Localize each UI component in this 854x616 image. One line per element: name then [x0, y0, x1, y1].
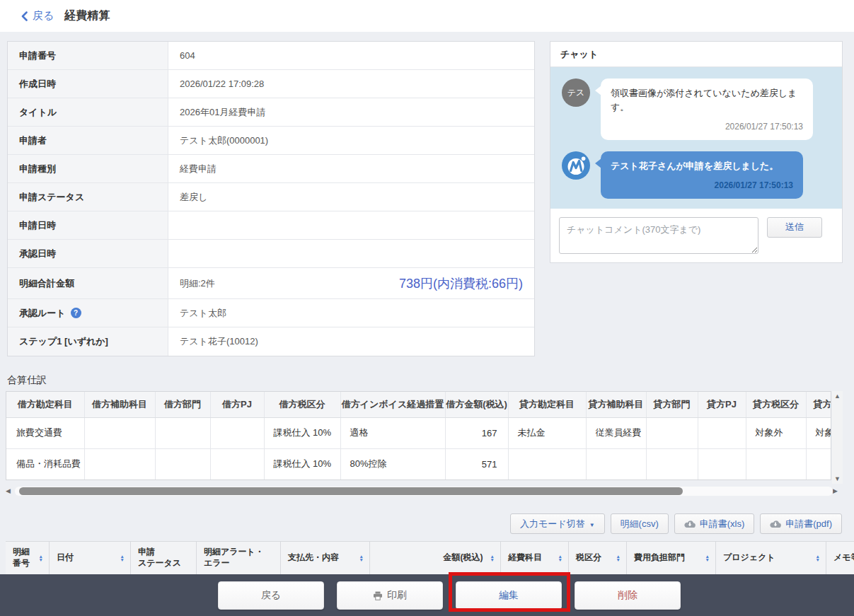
journal-cell	[155, 448, 210, 480]
journal-header-row: 借方勘定科目 借方補助科目 借方部門 借方PJ 借方税区分 借方インボイス経過措…	[6, 392, 831, 417]
column-label: 税区分	[576, 552, 601, 564]
journal-cell	[698, 417, 746, 448]
input-mode-switch-button[interactable]: 入力モード切替	[510, 513, 605, 534]
journal-cell	[646, 417, 698, 448]
journal-vertical-scrollbar[interactable]	[832, 391, 843, 484]
column-header-detail-number[interactable]: 明細 番号	[6, 542, 50, 574]
detail-label: 明細合計金額	[8, 268, 168, 298]
journal-col-header-clipped: 貸方インボイス経過措置	[806, 392, 831, 417]
journal-row: 旅費交通費 課税仕入 10% 適格 167 未払金 従業員経費 対象外 対象外	[6, 417, 831, 448]
chat-comment-input[interactable]	[559, 217, 758, 254]
detail-value: 2026/01/22 17:09:28	[168, 70, 534, 98]
back-button-label: 戻る	[261, 589, 281, 602]
column-header-date[interactable]: 日付	[50, 542, 131, 574]
journal-cell: 課税仕入 10%	[264, 417, 340, 448]
detail-row: タイトル2026年01月経費申請	[8, 98, 534, 127]
avatar-initials: テス	[567, 87, 585, 99]
sort-icon[interactable]	[39, 554, 43, 562]
xls-download-button[interactable]: 申請書(xls)	[674, 513, 755, 534]
sort-icon[interactable]	[558, 554, 562, 562]
journal-col-header: 貸方部門	[646, 392, 698, 417]
pdf-download-button[interactable]: 申請書(pdf)	[760, 513, 842, 534]
detail-value	[168, 211, 534, 239]
detail-label: 承認日時	[8, 240, 168, 267]
journal-horizontal-scrollbar[interactable]	[6, 487, 842, 496]
sort-icon[interactable]	[120, 554, 125, 562]
chat-message-text: テスト花子さんが申請を差戻しました。	[611, 159, 793, 173]
journal-col-header: 貸方税区分	[746, 392, 806, 417]
journal-row: 備品・消耗品費 課税仕入 10% 80%控除 571	[6, 448, 831, 480]
journal-cell-amount: 571	[445, 448, 508, 480]
column-header-cost-department[interactable]: 費用負担部門	[627, 542, 716, 574]
chat-message: テスト花子さんが申請を差戻しました。 2026/01/27 17:50:13	[562, 151, 833, 199]
xls-download-label: 申請書(xls)	[700, 518, 745, 530]
delete-button-label: 削除	[618, 589, 637, 602]
edit-button[interactable]: 編集	[456, 581, 562, 610]
journal-col-header: 貸方補助科目	[586, 392, 646, 417]
scroll-left-icon[interactable]	[6, 487, 15, 496]
journal-cell: 未払金	[508, 417, 586, 448]
journal-cell-clipped	[806, 448, 831, 480]
scroll-up-icon[interactable]	[832, 391, 843, 401]
scrollbar-thumb[interactable]	[19, 487, 683, 495]
journal-col-header: 貸方勘定科目	[508, 392, 586, 417]
back-link[interactable]: 戻る	[21, 9, 54, 23]
back-button[interactable]: 戻る	[218, 581, 324, 610]
sort-icon[interactable]	[490, 554, 495, 562]
column-header-payee-content[interactable]: 支払先・内容	[281, 542, 370, 574]
detail-row: 申請種別経費申請	[8, 155, 534, 183]
sort-icon[interactable]	[616, 554, 621, 562]
details-toolbar: 入力モード切替 明細(csv) 申請書(xls) 申請書(pdf)	[0, 513, 842, 534]
column-label: 日付	[57, 552, 74, 564]
sort-icon[interactable]	[816, 554, 820, 562]
detail-value	[168, 240, 534, 267]
chat-message-text: 領収書画像が添付されていないため差戻します。	[611, 86, 803, 115]
column-header-memo: メモ等	[826, 542, 854, 574]
journal-cell: 従業員経費	[586, 417, 646, 448]
detail-count: 明細:2件	[180, 277, 215, 290]
journal-cell	[586, 448, 646, 480]
chevron-down-icon	[589, 518, 595, 529]
send-button[interactable]: 送信	[767, 217, 822, 238]
journal-cell	[155, 417, 210, 448]
chat-bubble: 領収書画像が添付されていないため差戻します。 2026/01/27 17:50:…	[601, 79, 813, 140]
chat-message: テス 領収書画像が添付されていないため差戻します。 2026/01/27 17:…	[562, 79, 833, 140]
journal-col-header: 借方PJ	[210, 392, 264, 417]
sort-icon[interactable]	[359, 554, 364, 562]
journal-cell	[508, 448, 586, 480]
total-amount: 738円(内消費税:66円)	[399, 275, 523, 292]
help-icon[interactable]	[71, 308, 81, 318]
detail-value: テスト花子(10012)	[168, 327, 534, 356]
chat-panel: チャット テス 領収書画像が添付されていないため差戻します。 2026/01/2…	[550, 41, 843, 263]
column-header-amount[interactable]: 金額(税込)	[370, 542, 501, 574]
journal-cell: 対象外	[746, 417, 806, 448]
system-logo-avatar	[562, 151, 590, 180]
chat-panel-title: チャット	[550, 42, 842, 67]
journal-col-header: 借方部門	[155, 392, 210, 417]
detail-value: 経費申請	[168, 155, 534, 182]
scroll-right-icon[interactable]	[833, 487, 842, 496]
journal-col-header: 借方金額(税込)	[445, 392, 508, 417]
print-button[interactable]: 印刷	[337, 581, 443, 610]
scroll-down-icon[interactable]	[832, 474, 843, 484]
detail-row: 申請ステータス差戻し	[8, 183, 534, 211]
column-header-tax-category[interactable]: 税区分	[569, 542, 627, 574]
journal-cell	[210, 417, 264, 448]
edit-button-label: 編集	[499, 589, 519, 602]
journal-cell	[84, 417, 155, 448]
scrollbar-track[interactable]	[15, 487, 833, 496]
column-header-project[interactable]: プロジェクト	[716, 542, 826, 574]
pdf-download-label: 申請書(pdf)	[785, 518, 832, 530]
journal-cell	[84, 448, 155, 480]
top-bar: 戻る 経費精算	[0, 0, 854, 32]
column-label: 金額(税込)	[444, 552, 483, 564]
app-logo-icon	[562, 151, 590, 180]
action-bar: 戻る 印刷 編集 削除	[0, 574, 854, 616]
column-label: プロジェクト	[723, 552, 775, 564]
delete-button[interactable]: 削除	[575, 581, 681, 610]
journal-col-header: 借方税区分	[264, 392, 340, 417]
sort-icon[interactable]	[705, 554, 710, 562]
journal-col-header: 貸方PJ	[698, 392, 746, 417]
column-header-expense-category[interactable]: 経費科目	[501, 542, 569, 574]
csv-download-button[interactable]: 明細(csv)	[611, 513, 669, 534]
